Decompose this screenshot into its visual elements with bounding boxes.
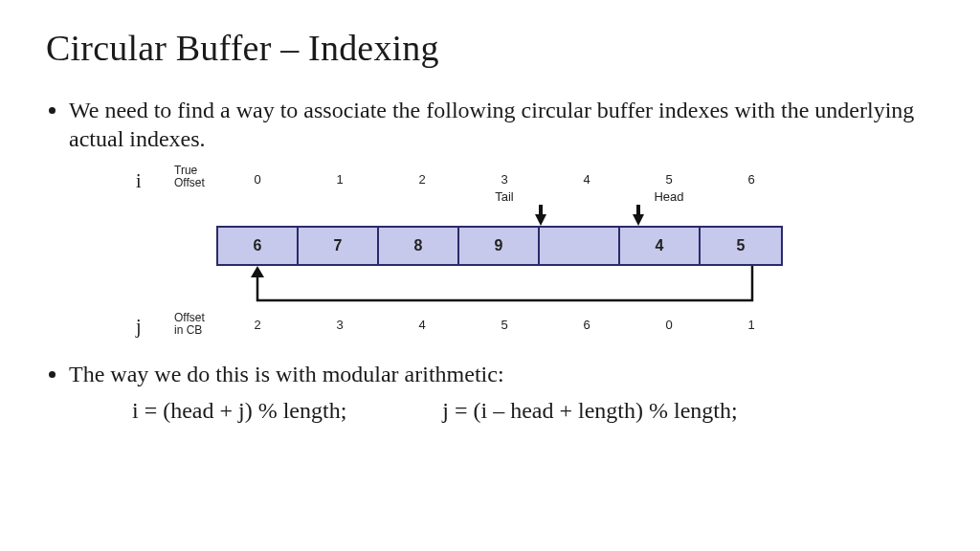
- head-label: Head: [650, 189, 688, 204]
- axis-j-symbol: j: [136, 316, 142, 338]
- buffer-cell-0: 6: [218, 228, 299, 264]
- bullet-list-2: The way we do this is with modular arith…: [52, 360, 934, 388]
- svg-marker-0: [251, 266, 264, 277]
- buffer-cell-5: 4: [620, 228, 701, 264]
- formula-row: i = (head + j) % length; j = (i – head +…: [46, 398, 934, 424]
- head-arrow-icon: [633, 214, 644, 226]
- slide: Circular Buffer – Indexing We need to fi…: [0, 0, 980, 551]
- buffer-row: 6 7 8 9 4 5: [216, 226, 783, 266]
- cb-offset-4: 6: [577, 318, 596, 332]
- cb-offset-5: 0: [659, 318, 679, 332]
- true-offset-2: 2: [412, 172, 432, 187]
- true-offset-4: 4: [577, 172, 596, 187]
- true-offset-0: 0: [248, 172, 267, 187]
- axis-i-symbol: i: [136, 170, 142, 192]
- cb-offset-2: 4: [412, 318, 432, 332]
- cb-offset-1: 3: [330, 318, 349, 332]
- true-offset-1: 1: [330, 172, 349, 187]
- formula-j: j = (i – head + length) % length;: [442, 398, 737, 424]
- cb-offset-6: 1: [742, 318, 761, 332]
- true-offset-6: 6: [742, 172, 761, 187]
- cb-offset-3: 5: [495, 318, 514, 332]
- formula-i: i = (head + j) % length;: [132, 398, 346, 424]
- slide-title: Circular Buffer – Indexing: [46, 27, 934, 69]
- bullet-1: We need to find a way to associate the f…: [69, 96, 934, 153]
- buffer-cell-4: [540, 228, 620, 264]
- tail-label: Tail: [485, 189, 523, 204]
- cb-offset-0: 2: [248, 318, 267, 332]
- true-offset-5: 5: [659, 172, 679, 187]
- buffer-cell-6: 5: [701, 228, 781, 264]
- buffer-cell-2: 8: [379, 228, 459, 264]
- buffer-cell-1: 7: [299, 228, 379, 264]
- offset-cb-header: Offset in CB: [174, 312, 205, 336]
- bullet-list: We need to find a way to associate the f…: [52, 96, 934, 153]
- circular-buffer-diagram: i True Offset 0 1 2 3 4 5 6 Tail Head 6 …: [132, 163, 869, 350]
- bullet-2: The way we do this is with modular arith…: [69, 360, 934, 388]
- tail-arrow-icon: [535, 214, 546, 226]
- true-offset-header: True Offset: [174, 165, 205, 188]
- buffer-cell-3: 9: [459, 228, 540, 264]
- true-offset-3: 3: [495, 172, 514, 187]
